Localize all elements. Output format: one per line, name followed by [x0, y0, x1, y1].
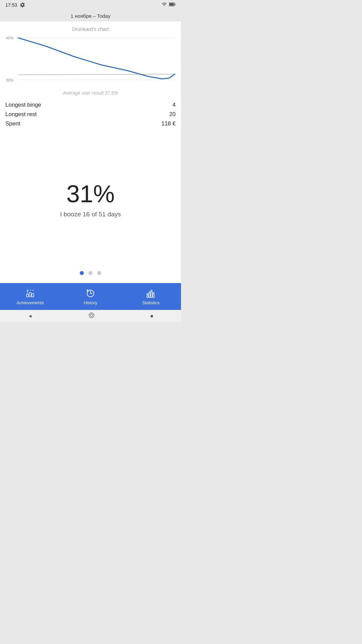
content-area: Drunkard's chart 45% 30% Average user re…	[0, 21, 181, 283]
status-left: 17:53	[5, 2, 25, 8]
chart-container: 45% 30%	[5, 35, 176, 88]
svg-rect-8	[29, 292, 31, 297]
svg-point-22	[151, 290, 152, 291]
pagination-dot-1[interactable]	[88, 271, 93, 275]
pagination-dots	[0, 264, 181, 283]
main-card: Drunkard's chart 45% 30% Average user re…	[0, 21, 181, 283]
nav-item-statistics[interactable]: Statistics	[121, 288, 181, 305]
achievements-icon: ★ ★ ★	[25, 288, 36, 299]
svg-point-21	[149, 291, 150, 293]
svg-rect-9	[32, 293, 34, 297]
svg-rect-2	[169, 3, 174, 6]
battery-icon	[169, 2, 176, 8]
svg-text:★: ★	[32, 289, 34, 291]
svg-rect-1	[175, 4, 176, 5]
chart-avg-label: Average user result 37,5%	[5, 90, 176, 96]
svg-rect-19	[153, 294, 154, 298]
stats-label-1: Longest rest	[5, 111, 37, 118]
statistics-icon	[145, 288, 156, 299]
stats-value-0: 4	[173, 102, 176, 108]
home-button[interactable]	[88, 312, 95, 320]
svg-rect-17	[149, 293, 150, 298]
svg-point-23	[153, 292, 154, 293]
nav-label-statistics: Statistics	[142, 300, 160, 305]
nav-item-achievements[interactable]: ★ ★ ★ Achievements	[0, 288, 60, 305]
stats-value-1: 20	[169, 111, 176, 118]
date-text: 1 ноября – Today	[71, 13, 111, 19]
stats-table: Longest binge 4 Longest rest 20 Spent 11…	[0, 100, 181, 128]
svg-point-20	[147, 293, 148, 294]
signal-icon	[162, 2, 167, 8]
nav-item-history[interactable]: History	[60, 288, 121, 305]
svg-text:★: ★	[27, 289, 28, 291]
stats-row-0: Longest binge 4	[5, 100, 176, 110]
svg-text:45%: 45%	[6, 36, 13, 40]
bottom-nav: ★ ★ ★ Achievements History	[0, 283, 181, 310]
time-display: 17:53	[5, 2, 17, 8]
big-percentage-section: 31% I booze 16 of 51 days	[0, 128, 181, 264]
booze-text: I booze 16 of 51 days	[60, 211, 121, 218]
svg-rect-7	[26, 294, 28, 297]
svg-text:★: ★	[29, 289, 31, 291]
chart-svg: 45% 30%	[5, 35, 176, 88]
pagination-dot-0[interactable]	[80, 271, 84, 275]
back-button[interactable]: ◄	[28, 313, 33, 319]
history-icon	[85, 288, 96, 299]
svg-point-24	[89, 313, 94, 318]
chart-title: Drunkard's chart	[5, 26, 176, 32]
svg-text:30%: 30%	[6, 78, 13, 82]
nav-label-history: History	[84, 300, 97, 305]
svg-rect-18	[151, 291, 152, 298]
stats-row-2: Spent 118 €	[5, 119, 176, 128]
chart-section: Drunkard's chart 45% 30% Average user re…	[0, 21, 181, 100]
svg-point-25	[90, 314, 93, 317]
svg-rect-16	[147, 295, 148, 298]
status-bar: 17:53	[0, 0, 181, 10]
gear-icon	[20, 2, 25, 8]
sys-nav: ◄ ■	[0, 310, 181, 322]
stats-label-0: Longest binge	[5, 102, 41, 108]
big-percentage: 31%	[66, 182, 115, 206]
stats-value-2: 118 €	[161, 120, 176, 127]
stats-label-2: Spent	[5, 120, 20, 127]
date-header: 1 ноября – Today	[0, 10, 181, 21]
recent-button[interactable]: ■	[150, 313, 153, 319]
nav-label-achievements: Achievements	[16, 300, 44, 305]
stats-row-1: Longest rest 20	[5, 110, 176, 119]
pagination-dot-2[interactable]	[97, 271, 101, 275]
status-right	[162, 2, 176, 8]
